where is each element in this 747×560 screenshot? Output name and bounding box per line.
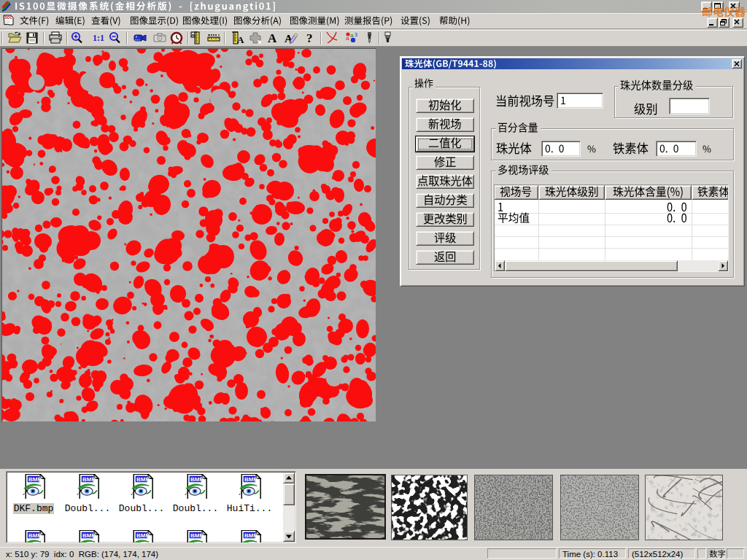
svg-text:3: 3 — [355, 32, 357, 37]
svg-text:A: A — [268, 31, 277, 45]
svg-text:a: a — [346, 35, 349, 42]
svg-text:?: ? — [306, 31, 313, 45]
svg-text:A: A — [237, 34, 244, 45]
svg-text:DOC: DOC — [5, 16, 13, 20]
svg-text:a: a — [350, 32, 354, 39]
